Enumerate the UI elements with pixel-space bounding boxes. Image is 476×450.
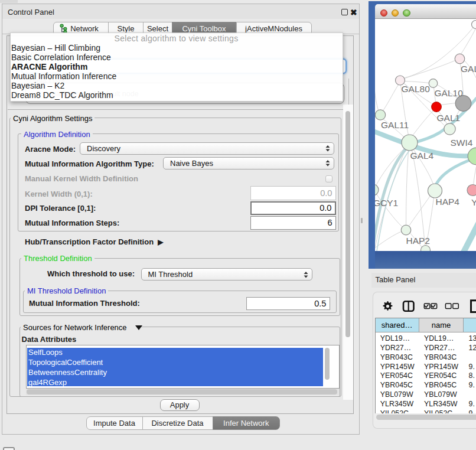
svg-text:GAL1: GAL1 <box>436 112 460 122</box>
svg-text:GAL80: GAL80 <box>401 83 430 93</box>
svg-text:Y: Y <box>471 197 476 207</box>
svg-text:GAL11: GAL11 <box>381 119 409 129</box>
svg-text:GAL: GAL <box>461 64 476 74</box>
svg-text:GAL10: GAL10 <box>434 87 463 97</box>
svg-text:GCY1: GCY1 <box>375 197 398 207</box>
svg-text:SWI4: SWI4 <box>450 137 472 147</box>
svg-text:GAL4: GAL4 <box>410 150 433 160</box>
svg-text:HAP4: HAP4 <box>435 197 459 207</box>
svg-text:HAP2: HAP2 <box>406 236 430 246</box>
